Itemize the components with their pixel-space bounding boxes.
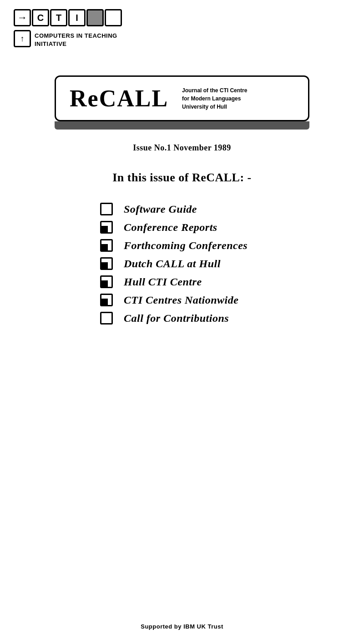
- footer: Supported by IBM UK Trust: [0, 622, 364, 630]
- subtitle-line3: University of Hull: [182, 103, 247, 111]
- checklist-label: Dutch CALL at Hull: [124, 258, 221, 270]
- in-this-issue-heading: In this issue of ReCALL: -: [112, 171, 252, 185]
- recall-subtitle: Journal of the CTI Centre for Modern Lan…: [182, 86, 247, 111]
- list-item: Hull CTI Centre: [100, 275, 248, 288]
- cti-boxes-row: → C T I: [14, 9, 122, 26]
- list-item: Forthcoming Conferences: [100, 239, 248, 252]
- subtitle-line1: Journal of the CTI Centre: [182, 86, 247, 95]
- checkbox-icon: [100, 294, 113, 306]
- checklist-label: Conference Reports: [124, 221, 217, 234]
- c-icon: C: [32, 9, 49, 26]
- footer-text: Supported by IBM UK Trust: [141, 623, 223, 630]
- checkbox-icon: [100, 257, 113, 270]
- org-line2: INITIATIVE: [35, 40, 117, 48]
- checkbox-icon: [100, 203, 113, 215]
- recall-box: ReCALL Journal of the CTI Centre for Mod…: [55, 75, 309, 121]
- checklist-label: CTI Centres Nationwide: [124, 294, 238, 306]
- checklist-label: Software Guide: [124, 203, 197, 215]
- checkbox-icon: [100, 239, 113, 252]
- cti-text-block: ↑ COMPUTERS IN TEACHING INITIATIVE: [14, 30, 117, 48]
- box1-icon: [86, 9, 104, 26]
- cti-label: COMPUTERS IN TEACHING INITIATIVE: [35, 30, 117, 48]
- subtitle-line2: for Modern Languages: [182, 95, 247, 103]
- header: → C T I ↑ COMPUTERS IN TEACHING INITIATI…: [0, 0, 364, 57]
- arrow-icon: →: [14, 9, 31, 26]
- checklist-label: Hull CTI Centre: [124, 276, 202, 288]
- checklist-label: Forthcoming Conferences: [124, 240, 248, 252]
- list-item: Call for Contributions: [100, 312, 248, 324]
- list-item: CTI Centres Nationwide: [100, 294, 248, 306]
- checkbox-icon: [100, 221, 113, 234]
- checkbox-icon: [100, 275, 113, 288]
- i-icon: I: [68, 9, 86, 26]
- issue-line: Issue No.1 November 1989: [133, 143, 231, 153]
- checklist-label: Call for Contributions: [124, 312, 229, 324]
- org-line1: COMPUTERS IN TEACHING: [35, 32, 117, 40]
- t-icon: T: [50, 9, 67, 26]
- checklist: Software Guide Conference Reports Forthc…: [100, 203, 248, 324]
- up-arrow-icon: ↑: [14, 30, 31, 47]
- checkbox-icon: [100, 312, 113, 324]
- cti-logo: → C T I ↑ COMPUTERS IN TEACHING INITIATI…: [14, 9, 122, 48]
- list-item: Software Guide: [100, 203, 248, 215]
- recall-title: ReCALL: [70, 85, 168, 112]
- box2-icon: [105, 9, 122, 26]
- main-content: ReCALL Journal of the CTI Centre for Mod…: [0, 57, 364, 352]
- list-item: Dutch CALL at Hull: [100, 257, 248, 270]
- list-item: Conference Reports: [100, 221, 248, 234]
- recall-band: [55, 121, 309, 130]
